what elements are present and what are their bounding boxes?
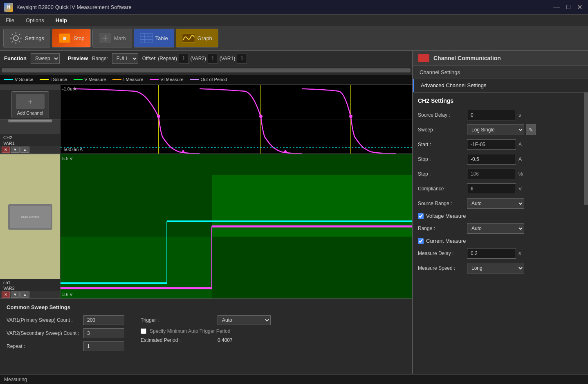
add-channel-icon: ＋	[16, 94, 45, 109]
svg-point-15	[157, 115, 160, 118]
add-channel-button[interactable]: ＋ Add Channel	[11, 91, 49, 118]
stop-button[interactable]: ■ Stop	[52, 29, 91, 47]
scroll-bar[interactable]	[0, 66, 412, 75]
stop-input[interactable]	[467, 154, 516, 165]
chart-area: V Source I Source V Measure I Measure VI…	[0, 66, 412, 298]
vmeasure-label: V Measure	[84, 77, 106, 82]
menu-options[interactable]: Options	[23, 16, 47, 24]
right-panel: Channel Communication Channel Settings A…	[413, 51, 588, 374]
var1-count-input[interactable]	[83, 315, 124, 325]
measure-delay-input[interactable]	[467, 248, 516, 259]
svg-point-16	[259, 115, 263, 118]
sweep-select[interactable]: Sweep	[31, 53, 60, 64]
maximize-button[interactable]: □	[565, 3, 572, 11]
ch2-chart-svg	[61, 85, 412, 154]
ch2-plot-row: SMU Device CH2 VAR1 ✕ ▼ ▲ -1.0u A	[0, 85, 412, 154]
var2-count-input[interactable]	[83, 328, 124, 338]
sweep-row: Sweep : Log Single ✎	[418, 124, 583, 135]
source-delay-input[interactable]	[467, 110, 516, 120]
ch1-device-display: SMU Device	[0, 154, 60, 279]
sweep-left-col: VAR1(Primary Sweep) Count : VAR2(Seconda…	[7, 315, 124, 351]
trigger-select[interactable]: Auto	[218, 315, 271, 325]
ch1-remove-button[interactable]: ✕	[2, 291, 10, 298]
close-button[interactable]: ✕	[575, 3, 584, 11]
status-bar: Measuring	[0, 374, 588, 384]
svg-point-18	[182, 150, 184, 153]
right-panel-content[interactable]: CH2 Settings Source Delay : s Sweep : Lo…	[413, 93, 588, 374]
imeasure-label: I Measure	[123, 77, 143, 82]
var2-count-label: VAR2(Secondary Sweep) Count :	[7, 330, 80, 336]
ch2-y-top: -1.0u A	[62, 86, 76, 91]
offset-var2: 1	[208, 54, 218, 63]
step-unit: %	[518, 171, 523, 177]
window-controls: — □ ✕	[552, 3, 584, 11]
isource-label: I Source	[50, 77, 67, 82]
math-label: Math	[114, 35, 126, 41]
ch2-down-button[interactable]: ▼	[11, 147, 20, 153]
stop-unit: A	[518, 156, 522, 162]
table-button[interactable]: Table	[134, 29, 174, 47]
specify-min-checkbox[interactable]	[141, 328, 146, 334]
add-channel-label: Add Channel	[17, 111, 43, 115]
settings-label: Settings	[25, 35, 44, 41]
right-scrollbar-thumb	[584, 93, 588, 205]
legend-vimeasure: VI Measure	[150, 77, 183, 82]
current-measure-label: Current Measure	[426, 238, 466, 244]
offset-group: Offset: (Repeat) 1 (VAR2) 1 (VAR1) 1	[142, 54, 247, 63]
var2-count-row: VAR2(Secondary Sweep) Count :	[7, 328, 124, 338]
compliance-row: Compliance : V	[418, 183, 583, 194]
estimated-val: 0.4007	[218, 337, 233, 343]
legend-vmeasure: V Measure	[74, 77, 106, 82]
sweep-type-select[interactable]: Log Single	[467, 124, 524, 135]
start-input[interactable]	[467, 139, 516, 150]
vimeasure-label: VI Measure	[160, 77, 183, 82]
repeat-input[interactable]	[83, 341, 124, 351]
vsource-line	[4, 79, 13, 80]
nav-channel-settings[interactable]: Channel Settings	[413, 66, 588, 79]
source-range-label: Source Range :	[418, 201, 467, 206]
graph-button[interactable]: Graph	[176, 29, 218, 47]
trigger-label: Trigger :	[141, 317, 214, 323]
source-range-select[interactable]: Auto	[467, 198, 524, 209]
step-input[interactable]	[467, 169, 516, 179]
menu-help[interactable]: Help	[53, 16, 70, 24]
compliance-input[interactable]	[467, 183, 516, 194]
ch1-plot-row: SMU Device ch1 VAR2 ✕ ▼ ▲ 5.5 V	[0, 154, 412, 298]
ch1-up-button[interactable]: ▲	[20, 291, 29, 298]
math-button[interactable]: Math	[92, 29, 132, 47]
sweep-edit-button[interactable]: ✎	[526, 124, 536, 135]
scroll-track	[2, 68, 411, 72]
right-scrollbar[interactable]	[584, 93, 588, 374]
current-measure-checkbox[interactable]	[418, 238, 424, 244]
trigger-row: Trigger : Auto	[141, 315, 271, 325]
ch1-down-button[interactable]: ▼	[11, 291, 20, 298]
settings-button[interactable]: Settings	[3, 29, 50, 47]
ch2-remove-button[interactable]: ✕	[2, 147, 10, 153]
ch2-up-button[interactable]: ▲	[20, 147, 29, 153]
main-content: Function Sweep Preview Range: FULL Offse…	[0, 51, 588, 374]
ch2-name: CH2	[0, 134, 60, 141]
right-panel-nav: Channel Settings Advanced Channel Settin…	[413, 66, 588, 93]
vm-range-select[interactable]: Auto	[467, 223, 524, 234]
right-panel-title: Channel Communication	[433, 55, 501, 61]
table-icon	[140, 32, 153, 45]
function-label: Function	[4, 55, 27, 61]
voltage-measure-checkbox[interactable]	[418, 213, 424, 219]
compliance-unit: V	[518, 186, 522, 192]
specify-min-row: Specify Minimum Auto Trigger Period	[141, 328, 271, 334]
minimize-button[interactable]: —	[552, 3, 561, 11]
ch2-y-bottom: -500.0m A	[62, 147, 83, 152]
nav-advanced-channel-settings[interactable]: Advanced Channel Settings	[413, 79, 588, 92]
ch1-y-top: 5.5 V	[62, 156, 73, 161]
ch1-plot: 5.5 V 3.6 V	[61, 154, 412, 298]
repeat-row: Repeat :	[7, 341, 124, 351]
menu-file[interactable]: File	[3, 16, 17, 24]
isource-line	[40, 79, 49, 80]
repeat-label: Repeat :	[7, 343, 80, 349]
estimated-period-row: Estimated Period : 0.4007	[141, 337, 271, 343]
range-select[interactable]: FULL	[112, 53, 138, 64]
var1-count-label: VAR1(Primary Sweep) Count :	[7, 317, 80, 323]
measure-speed-select[interactable]: Long	[467, 263, 524, 273]
legend-isource: I Source	[40, 77, 67, 82]
start-label: Start :	[418, 142, 467, 147]
